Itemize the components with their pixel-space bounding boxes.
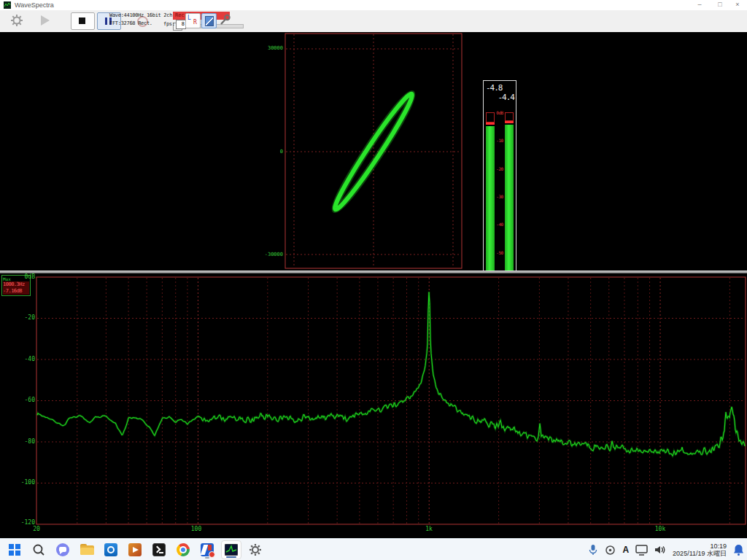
- chrome-icon: [177, 543, 190, 556]
- running-indicator: [205, 557, 209, 559]
- terminal-icon: [152, 543, 166, 556]
- settings-gear-icon: [249, 543, 262, 556]
- desktop: WaveSpectra – □ × Rec.中: [0, 0, 747, 560]
- notifier-app-icon: [201, 543, 214, 556]
- wavespectra-taskbar-button[interactable]: [221, 540, 241, 559]
- peak-frequency-value: 1000.3Hz: [3, 281, 29, 288]
- meter-right-over-zone: [505, 112, 514, 121]
- swap-r-label: R: [193, 19, 197, 26]
- wrench-icon: [218, 13, 232, 27]
- lissajous-grid: [286, 34, 461, 268]
- chat-icon: [56, 543, 69, 556]
- notification-bell-icon[interactable]: [733, 544, 744, 556]
- volume-icon[interactable]: [654, 545, 666, 555]
- microphone-icon[interactable]: [588, 544, 598, 556]
- spectrum-panel: Max 1000.3Hz -7.16dB 0dB -20 -40 -60 -80…: [0, 273, 747, 538]
- spectrum-ylabel-40: -40: [13, 356, 35, 362]
- window-title: WaveSpectra: [15, 1, 54, 9]
- setup-gear-icon[interactable]: [9, 14, 25, 27]
- meter-right-peak: [505, 121, 514, 123]
- active-running-indicator: [226, 556, 236, 558]
- start-button[interactable]: [4, 540, 25, 559]
- settings-button[interactable]: [245, 540, 266, 559]
- search-button[interactable]: [28, 540, 49, 559]
- terminal-button[interactable]: [149, 540, 169, 559]
- spectrum-ylabel-120: -120: [13, 519, 35, 526]
- wavespectra-icon: [225, 544, 238, 556]
- spectrum-grid: [37, 278, 745, 524]
- close-button[interactable]: ×: [729, 0, 746, 9]
- play-icon[interactable]: [41, 15, 50, 26]
- title-bar: WaveSpectra – □ ×: [0, 0, 747, 11]
- toolbar: Rec.中 Wave:44100Hz 16bit 2ch FFT:32768 R…: [0, 10, 747, 33]
- display-mode-icon: [205, 16, 214, 26]
- lissajous-plot: [0, 32, 747, 271]
- spectrum-xlabel-100: 100: [185, 526, 207, 532]
- meter-left-over-zone: [486, 112, 495, 122]
- audio-device-icon[interactable]: [605, 545, 616, 556]
- notifier-app-button[interactable]: [197, 540, 217, 559]
- outlook-button[interactable]: [101, 540, 121, 559]
- stop-icon: [79, 18, 85, 24]
- minimize-button[interactable]: –: [692, 0, 708, 9]
- media-player-button[interactable]: [125, 540, 145, 559]
- display-mode-button[interactable]: [201, 13, 217, 28]
- lissajous-yzero-label: 0: [260, 149, 283, 155]
- swap-lr-button[interactable]: L R: [185, 13, 201, 28]
- spectrum-xlabel-20: 20: [26, 526, 47, 532]
- taskbar-clock[interactable]: 10:19 2025/11/19 水曜日: [673, 542, 727, 557]
- meter-left-bar: [486, 126, 495, 282]
- spectrum-xlabel-1k: 1k: [418, 526, 440, 532]
- meter-left-peak: [486, 122, 495, 125]
- display-icon[interactable]: [635, 545, 648, 556]
- fps-input[interactable]: 8: [176, 20, 186, 29]
- folder-icon: [80, 544, 94, 556]
- fft-settings-info: FFT:32768 Rect.: [109, 20, 152, 26]
- level-meter-panel: -4.8 -4.4 0dB -10 -20 -30 -40 -50 -60 L …: [483, 80, 516, 292]
- fps-label: fps:: [163, 21, 175, 27]
- meter-right-value: -4.4: [498, 93, 515, 102]
- notification-badge: [209, 551, 215, 558]
- spectrum-trace: [37, 292, 745, 456]
- config-button[interactable]: [218, 13, 232, 27]
- tray-date: 2025/11/19 水曜日: [673, 550, 727, 557]
- windows-start-icon: [9, 544, 20, 556]
- spectrum-xlabel-10k: 10k: [649, 526, 671, 532]
- spectrum-ylabel-100: -100: [13, 479, 35, 486]
- spectrum-ylabel-20: -20: [13, 314, 35, 321]
- chat-button[interactable]: [53, 540, 73, 559]
- spectrum-plot: [0, 273, 747, 538]
- wave-format-info: Wave:44100Hz 16bit 2ch: [109, 12, 172, 18]
- system-tray: A 10:19 2025/11/19 水曜日: [588, 539, 744, 560]
- spectrum-ylabel-60: -60: [13, 397, 35, 403]
- maximize-button[interactable]: □: [712, 0, 728, 9]
- search-icon: [32, 543, 45, 556]
- swap-l-label: L: [187, 15, 191, 21]
- file-explorer-button[interactable]: [77, 540, 97, 559]
- app-logo-icon: [4, 1, 11, 9]
- meter-right-bar: [505, 125, 514, 282]
- taskbar: A 10:19 2025/11/19 水曜日: [0, 538, 747, 560]
- lissajous-ymin-label: -30000: [260, 252, 283, 257]
- scope-panel: 30000 0 -30000 -4.8 -4.4 0dB -10 -20 -30…: [0, 32, 747, 271]
- taskbar-app-icons: [4, 539, 266, 560]
- media-player-icon: [128, 543, 142, 556]
- ime-mode-indicator[interactable]: A: [622, 545, 629, 555]
- lissajous-ymax-label: 30000: [260, 45, 283, 51]
- tray-time: 10:19: [673, 542, 727, 550]
- outlook-icon: [104, 543, 117, 556]
- chrome-button[interactable]: [173, 540, 193, 559]
- stop-button[interactable]: [71, 12, 95, 30]
- spectrum-ylabel-0db: 0dB: [13, 273, 35, 280]
- meter-left-value: -4.8: [486, 83, 503, 93]
- spectrum-ylabel-80: -80: [13, 438, 35, 445]
- pause-icon: [105, 18, 107, 25]
- peak-level-value: -7.16dB: [3, 288, 29, 295]
